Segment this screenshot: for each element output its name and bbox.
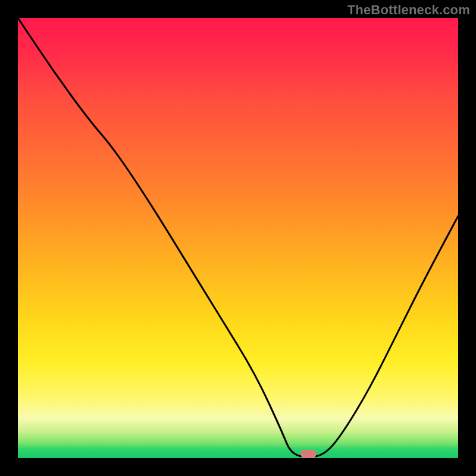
chart-svg (18, 18, 458, 458)
watermark-text: TheBottleneck.com (347, 2, 470, 18)
chart-frame: TheBottleneck.com (0, 0, 476, 476)
bottleneck-curve (18, 18, 458, 457)
optimum-marker (300, 450, 316, 458)
plot-area (18, 18, 458, 458)
